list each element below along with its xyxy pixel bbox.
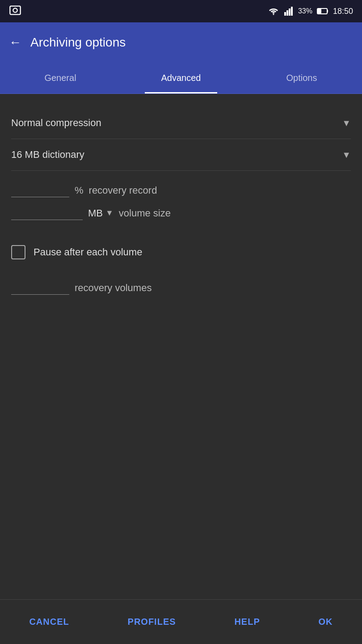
recovery-volumes-label: recovery volumes (75, 282, 152, 294)
svg-rect-9 (318, 9, 321, 13)
tabs-bar: General Advanced Options (0, 63, 362, 94)
back-button[interactable]: ← (9, 35, 21, 50)
volume-size-label: volume size (119, 208, 171, 219)
battery-icon (317, 7, 328, 15)
status-bar: 33% 18:50 (0, 0, 362, 22)
volume-size-row: MB ▼ volume size (11, 202, 351, 233)
recovery-record-label: recovery record (89, 185, 157, 196)
svg-point-2 (273, 14, 274, 15)
recovery-record-input[interactable] (11, 183, 69, 197)
svg-rect-3 (284, 12, 286, 16)
recovery-record-row: % recovery record (11, 171, 351, 202)
compression-arrow-icon: ▼ (342, 118, 351, 128)
ok-button[interactable]: OK (310, 612, 342, 631)
notification-icon (9, 4, 21, 18)
svg-point-1 (13, 8, 17, 12)
svg-rect-5 (289, 8, 290, 16)
mb-dropdown[interactable]: MB ▼ (88, 208, 114, 219)
svg-rect-0 (10, 6, 20, 15)
tab-general[interactable]: General (0, 63, 121, 93)
pause-checkbox[interactable] (11, 245, 25, 259)
dictionary-label: 16 MB dictionary (11, 149, 342, 161)
status-icons: 33% 18:50 (268, 7, 353, 16)
mb-arrow-icon: ▼ (105, 208, 114, 218)
svg-rect-8 (327, 10, 328, 13)
svg-rect-4 (286, 10, 288, 16)
tab-options[interactable]: Options (241, 63, 362, 93)
mb-label: MB (88, 208, 103, 219)
dictionary-dropdown[interactable]: 16 MB dictionary ▼ (11, 139, 351, 171)
cancel-button[interactable]: CANCEL (20, 612, 78, 631)
bottom-bar: CANCEL PROFILES HELP OK (0, 599, 362, 644)
battery-percent: 33% (298, 7, 312, 15)
recovery-volumes-input[interactable] (11, 281, 69, 295)
dictionary-arrow-icon: ▼ (342, 150, 351, 160)
signal-icon (284, 7, 294, 16)
app-bar-title: Archiving options (30, 35, 126, 50)
tab-advanced[interactable]: Advanced (121, 63, 241, 93)
app-bar: ← Archiving options (0, 22, 362, 63)
time-display: 18:50 (333, 7, 353, 16)
compression-dropdown[interactable]: Normal compression ▼ (11, 107, 351, 139)
compression-label: Normal compression (11, 117, 342, 129)
recovery-volumes-row: recovery volumes (11, 272, 351, 304)
pause-checkbox-row[interactable]: Pause after each volume (11, 233, 351, 272)
profiles-button[interactable]: PROFILES (119, 612, 185, 631)
help-button[interactable]: HELP (225, 612, 269, 631)
wifi-icon (268, 7, 279, 16)
content-area: Normal compression ▼ 16 MB dictionary ▼ … (0, 94, 362, 317)
svg-rect-6 (291, 7, 293, 16)
pause-label: Pause after each volume (34, 246, 142, 258)
percent-label: % (75, 185, 84, 196)
volume-size-input[interactable] (11, 206, 83, 220)
